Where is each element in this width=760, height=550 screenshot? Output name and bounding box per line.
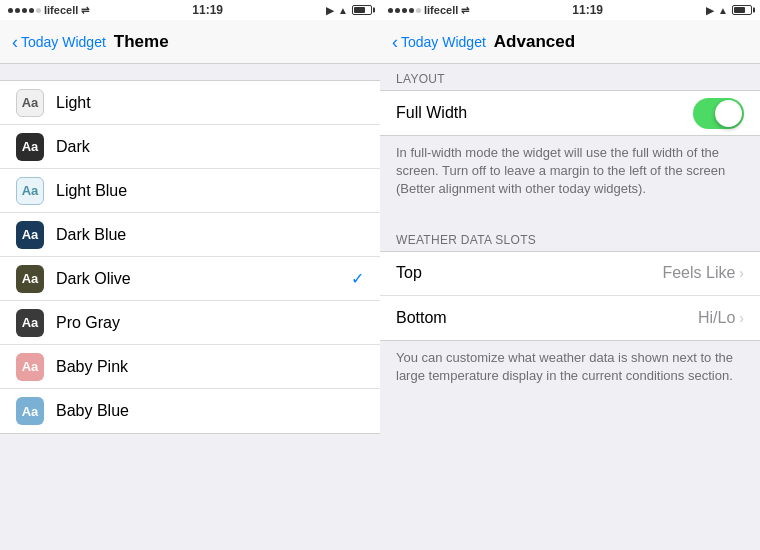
theme-item[interactable]: AaLight [0, 81, 380, 125]
status-bar-right: lifecell ⇌ 11:19 ▶ ▲ [380, 0, 760, 20]
theme-icon-baby-pink: Aa [16, 353, 44, 381]
carrier-left: lifecell [44, 4, 78, 16]
back-arrow-left: ‹ [12, 33, 18, 51]
theme-label-baby-blue: Baby Blue [56, 402, 364, 420]
back-button-right[interactable]: ‹ Today Widget [392, 33, 486, 51]
chevron-bottom: › [739, 310, 744, 326]
page-title-left: Theme [114, 32, 169, 52]
theme-icon-dark: Aa [16, 133, 44, 161]
theme-label-dark-olive: Dark Olive [56, 270, 339, 288]
back-label-left: Today Widget [21, 34, 106, 50]
theme-icon-dark-blue: Aa [16, 221, 44, 249]
full-width-toggle[interactable] [693, 98, 744, 129]
layout-group: Full Width [380, 90, 760, 136]
top-value: Feels Like [662, 264, 735, 282]
bottom-value: Hi/Lo [698, 309, 735, 327]
theme-icon-light-blue: Aa [16, 177, 44, 205]
theme-label-light: Light [56, 94, 364, 112]
advanced-content: LAYOUT Full Width In full-width mode the… [380, 64, 760, 550]
battery-right [732, 5, 752, 15]
status-right-right: ▶ ▲ [706, 5, 752, 16]
theme-list: AaLightAaDarkAaLight BlueAaDark BlueAaDa… [0, 80, 380, 434]
status-bar-left: lifecell ⇌ 11:19 ▶ ▲ [0, 0, 380, 20]
theme-checkmark: ✓ [351, 269, 364, 288]
bottom-spacer [0, 434, 380, 550]
weather-group: Top Feels Like › Bottom Hi/Lo › [380, 251, 760, 341]
theme-item[interactable]: AaDark [0, 125, 380, 169]
time-right: 11:19 [572, 3, 603, 17]
status-right-left: ▶ ▲ [326, 5, 372, 16]
bottom-label: Bottom [396, 309, 698, 327]
location-icon-right: ▶ [706, 5, 714, 16]
right-panel: lifecell ⇌ 11:19 ▶ ▲ ‹ Today Widget Adva… [380, 0, 760, 550]
location-icon: ▶ [326, 5, 334, 16]
theme-item[interactable]: AaBaby Pink [0, 345, 380, 389]
theme-label-baby-pink: Baby Pink [56, 358, 364, 376]
signal-icon: ▲ [338, 5, 348, 16]
theme-label-light-blue: Light Blue [56, 182, 364, 200]
nav-bar-right: ‹ Today Widget Advanced [380, 20, 760, 64]
weather-info: You can customize what weather data is s… [380, 341, 760, 393]
top-label: Top [396, 264, 662, 282]
signal-dots-right [388, 8, 421, 13]
nav-bar-left: ‹ Today Widget Theme [0, 20, 380, 64]
page-title-right: Advanced [494, 32, 575, 52]
back-label-right: Today Widget [401, 34, 486, 50]
theme-item[interactable]: AaDark Blue [0, 213, 380, 257]
carrier-right: lifecell [424, 4, 458, 16]
theme-label-dark-blue: Dark Blue [56, 226, 364, 244]
signal-icon-right: ▲ [718, 5, 728, 16]
theme-item[interactable]: AaDark Olive✓ [0, 257, 380, 301]
bottom-row[interactable]: Bottom Hi/Lo › [380, 296, 760, 340]
left-panel: lifecell ⇌ 11:19 ▶ ▲ ‹ Today Widget Them… [0, 0, 380, 550]
weather-section-header: WEATHER DATA SLOTS [380, 225, 760, 251]
theme-icon-dark-olive: Aa [16, 265, 44, 293]
wifi-icon-right: ⇌ [461, 5, 469, 16]
theme-label-dark: Dark [56, 138, 364, 156]
toggle-knob [715, 100, 742, 127]
theme-icon-baby-blue: Aa [16, 397, 44, 425]
wifi-icon-left: ⇌ [81, 5, 89, 16]
theme-icon-pro-gray: Aa [16, 309, 44, 337]
theme-content: AaLightAaDarkAaLight BlueAaDark BlueAaDa… [0, 64, 380, 550]
theme-item[interactable]: AaLight Blue [0, 169, 380, 213]
signal-dots [8, 8, 41, 13]
layout-section-header: LAYOUT [380, 64, 760, 90]
full-width-info: In full-width mode the widget will use t… [380, 136, 760, 207]
theme-icon-light: Aa [16, 89, 44, 117]
back-arrow-right: ‹ [392, 33, 398, 51]
theme-label-pro-gray: Pro Gray [56, 314, 364, 332]
battery-left [352, 5, 372, 15]
top-row[interactable]: Top Feels Like › [380, 252, 760, 296]
back-button-left[interactable]: ‹ Today Widget [12, 33, 106, 51]
time-left: 11:19 [192, 3, 223, 17]
chevron-top: › [739, 265, 744, 281]
theme-item[interactable]: AaPro Gray [0, 301, 380, 345]
theme-item[interactable]: AaBaby Blue [0, 389, 380, 433]
full-width-row[interactable]: Full Width [380, 91, 760, 135]
full-width-label: Full Width [396, 104, 693, 122]
